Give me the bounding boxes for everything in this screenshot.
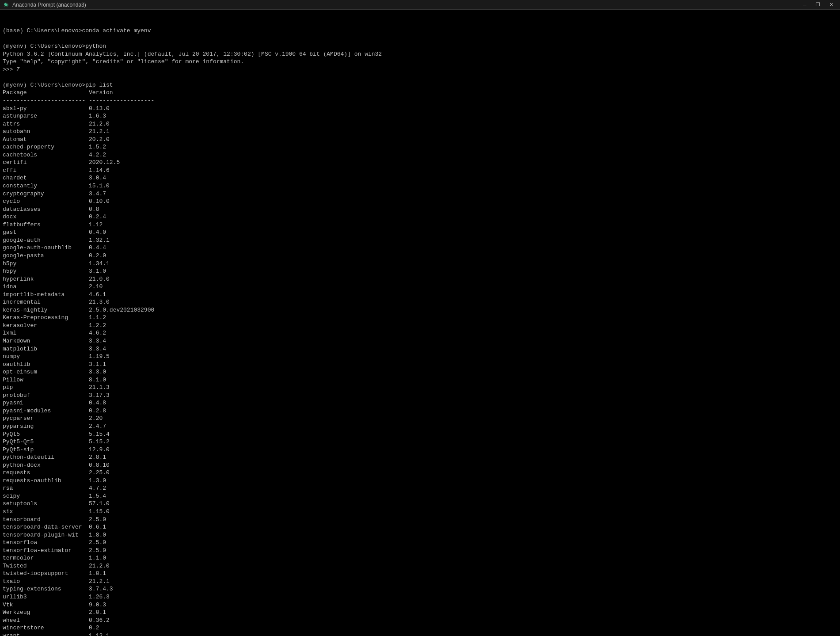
terminal-line: scipy 1.5.4 (3, 492, 837, 500)
terminal-line: docx 0.2.4 (3, 213, 837, 221)
terminal-line: lxml 4.6.2 (3, 329, 837, 337)
terminal-line: kerasolver 1.2.2 (3, 322, 837, 330)
terminal-line: Package Version (3, 89, 837, 97)
terminal-line: Automat 20.2.0 (3, 136, 837, 144)
terminal-line (3, 35, 837, 43)
minimize-button[interactable]: ─ (798, 1, 811, 9)
terminal-line: attrs 21.2.0 (3, 120, 837, 128)
terminal-line: >>> Z (3, 66, 837, 74)
terminal-line: idna 2.10 (3, 283, 837, 291)
terminal-line: Vtk 9.0.3 (3, 601, 837, 609)
title-bar-left: Anaconda Prompt (anaconda3) (3, 1, 86, 8)
terminal-line: cachetools 4.2.2 (3, 151, 837, 159)
terminal-line: six 1.15.0 (3, 508, 837, 516)
terminal-line: pip 21.1.3 (3, 384, 837, 392)
title-bar-controls: ─ ❐ ✕ (798, 1, 837, 9)
terminal-line: termcolor 1.1.0 (3, 554, 837, 562)
terminal-line: PyQt5-Qt5 5.15.2 (3, 438, 837, 446)
terminal-line: txaio 21.2.1 (3, 578, 837, 586)
terminal-line: numpy 1.19.5 (3, 353, 837, 361)
terminal-line: importlib-metadata 4.6.1 (3, 291, 837, 299)
terminal-line: cryptography 3.4.7 (3, 190, 837, 198)
terminal-line: google-auth-oauthlib 0.4.4 (3, 244, 837, 252)
terminal-line: (myenv) C:\Users\Lenovo>pip list (3, 81, 837, 89)
terminal-line: absl-py 0.13.0 (3, 105, 837, 113)
terminal-line: tensorboard 2.5.0 (3, 516, 837, 524)
terminal-line: ------------------------ ---------------… (3, 97, 837, 105)
terminal-line: matplotlib 3.3.4 (3, 345, 837, 353)
terminal-line: PyQt5-sip 12.9.0 (3, 446, 837, 454)
terminal-line: astunparse 1.6.3 (3, 112, 837, 120)
terminal-line: oauthlib 3.1.1 (3, 361, 837, 369)
terminal-line: pyasn1 0.4.8 (3, 399, 837, 407)
terminal-line: cyclo 0.10.0 (3, 198, 837, 206)
terminal-line: dataclasses 0.8 (3, 206, 837, 213)
terminal-line: h5py 1.34.1 (3, 260, 837, 268)
terminal-line: h5py 3.1.0 (3, 267, 837, 275)
terminal-line: opt-einsum 3.3.0 (3, 368, 837, 376)
terminal-line: tensorflow 2.5.0 (3, 539, 837, 547)
anaconda-icon (3, 1, 10, 8)
terminal-line: tensorboard-data-server 0.6.1 (3, 523, 837, 531)
terminal-line: tensorflow-estimator 2.5.0 (3, 547, 837, 555)
terminal-line: tensorboard-plugin-wit 1.8.0 (3, 531, 837, 539)
terminal-line: Werkzeug 2.0.1 (3, 609, 837, 617)
terminal-line: requests 2.25.0 (3, 469, 837, 477)
terminal-line: Type "help", "copyright", "credits" or "… (3, 58, 837, 66)
terminal-line: constantly 15.1.0 (3, 182, 837, 190)
terminal-line: google-auth 1.32.1 (3, 236, 837, 244)
terminal-line: pyasn1-modules 0.2.8 (3, 407, 837, 415)
terminal-line: Twisted 21.2.0 (3, 562, 837, 570)
terminal-line: pycparser 2.20 (3, 415, 837, 423)
terminal-line: wincertstore 0.2 (3, 624, 837, 632)
terminal-line: python-dateutil 2.8.1 (3, 453, 837, 461)
terminal-line: hyperlink 21.0.0 (3, 275, 837, 283)
terminal-line: cached-property 1.5.2 (3, 143, 837, 151)
title-bar: Anaconda Prompt (anaconda3) ─ ❐ ✕ (0, 0, 840, 10)
terminal-line: certifi 2020.12.5 (3, 159, 837, 167)
terminal-line: keras-nightly 2.5.0.dev2021032900 (3, 306, 837, 314)
terminal-line: Pillow 8.1.0 (3, 376, 837, 384)
terminal-line: autobahn 21.2.1 (3, 128, 837, 136)
terminal-line: incremental 21.3.0 (3, 298, 837, 306)
terminal-line: gast 0.4.0 (3, 229, 837, 236)
terminal-line: pyparsing 2.4.7 (3, 423, 837, 430)
terminal-line: Python 3.6.2 |Continuum Analytics, Inc.|… (3, 50, 837, 58)
title-bar-title: Anaconda Prompt (anaconda3) (12, 2, 86, 8)
terminal-output[interactable]: (base) C:\Users\Lenovo>conda activate my… (0, 10, 840, 636)
terminal-line (3, 73, 837, 81)
restore-button[interactable]: ❐ (812, 1, 824, 9)
terminal-line: typing-extensions 3.7.4.3 (3, 585, 837, 593)
terminal-line: Markdown 3.3.4 (3, 337, 837, 345)
terminal-line: (base) C:\Users\Lenovo>conda activate my… (3, 27, 837, 35)
terminal-line: google-pasta 0.2.0 (3, 252, 837, 260)
terminal-line: flatbuffers 1.12 (3, 221, 837, 229)
terminal-line: rsa 4.7.2 (3, 484, 837, 492)
terminal-line: requests-oauthlib 1.3.0 (3, 477, 837, 485)
terminal-line: protobuf 3.17.3 (3, 392, 837, 400)
terminal-line: cffi 1.14.6 (3, 167, 837, 175)
terminal-line: wrapt 1.12.1 (3, 632, 837, 636)
terminal-line: twisted-iocpsupport 1.0.1 (3, 570, 837, 578)
terminal-line: python-docx 0.8.10 (3, 461, 837, 469)
terminal-line: Keras-Preprocessing 1.1.2 (3, 314, 837, 322)
terminal-line: chardet 3.0.4 (3, 174, 837, 182)
anaconda-prompt-window: Anaconda Prompt (anaconda3) ─ ❐ ✕ (base)… (0, 0, 840, 636)
terminal-line: setuptools 57.1.0 (3, 500, 837, 508)
close-button[interactable]: ✕ (825, 1, 837, 9)
terminal-line: PyQt5 5.15.4 (3, 430, 837, 438)
terminal-line: (myenv) C:\Users\Lenovo>python (3, 42, 837, 50)
terminal-line: urllib3 1.26.3 (3, 593, 837, 601)
terminal-line: wheel 0.36.2 (3, 617, 837, 625)
